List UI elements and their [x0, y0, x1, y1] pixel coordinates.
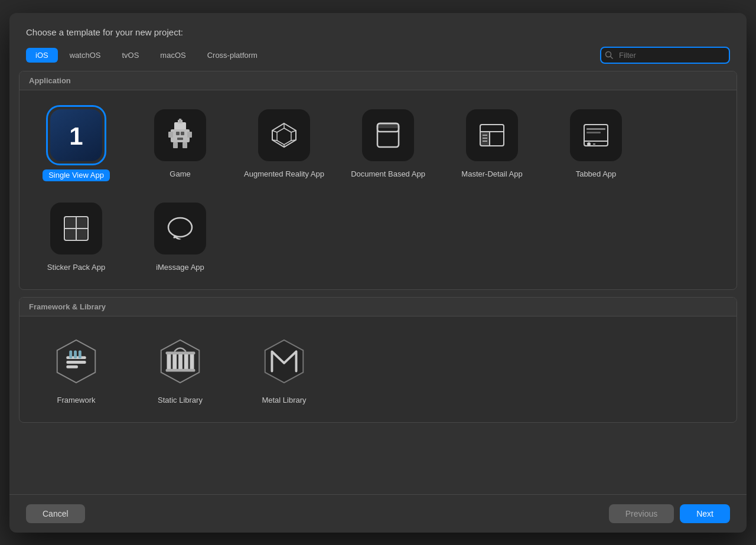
template-tabbed-app[interactable]: Tabbed App	[549, 102, 643, 187]
tab-ios[interactable]: iOS	[26, 48, 58, 63]
filter-input[interactable]	[600, 47, 730, 64]
svg-line-21	[272, 130, 277, 132]
previous-button[interactable]: Previous	[609, 504, 674, 523]
sticker-pack-icon	[50, 203, 102, 254]
dialog-title-text: Choose a template for your new project:	[26, 27, 183, 37]
dialog-title: Choose a template for your new project:	[9, 13, 747, 47]
svg-rect-52	[74, 351, 77, 359]
svg-rect-56	[172, 353, 177, 370]
svg-marker-62	[265, 340, 304, 383]
svg-rect-11	[177, 138, 183, 140]
svg-rect-8	[183, 142, 187, 148]
imessage-icon-wrapper	[152, 200, 208, 257]
document-icon	[362, 109, 414, 161]
framework-library-section-header: Framework & Library	[19, 298, 737, 316]
template-master-detail-app[interactable]: Master-Detail App	[445, 102, 539, 187]
sticker-pack-app-label: Sticker Pack App	[47, 263, 105, 273]
static-library-icon-wrapper	[152, 333, 208, 390]
content-area: Application 1 Single View App	[9, 71, 747, 494]
framework-label: Framework	[57, 396, 95, 406]
svg-rect-51	[69, 351, 72, 359]
svg-rect-4	[171, 129, 190, 142]
metal-library-label: Metal Library	[262, 396, 306, 406]
svg-point-46	[168, 218, 192, 237]
svg-line-1	[611, 57, 613, 59]
filter-icon	[605, 51, 613, 59]
single-view-app-label: Single View App	[43, 169, 110, 182]
template-metal-library[interactable]: Metal Library	[237, 328, 331, 410]
template-single-view-app[interactable]: 1 Single View App	[29, 102, 123, 187]
svg-line-18	[291, 140, 296, 141]
tabbed-app-label: Tabbed App	[576, 169, 617, 180]
svg-rect-53	[79, 351, 82, 359]
metal-library-icon	[258, 335, 310, 387]
svg-rect-50	[66, 365, 78, 368]
tab-watchos[interactable]: watchOS	[60, 48, 110, 63]
ar-icon-wrapper	[256, 107, 312, 164]
game-label: Game	[170, 169, 190, 180]
template-static-library[interactable]: Static Library	[133, 328, 227, 410]
document-based-app-label: Document Based App	[351, 169, 425, 180]
imessage-app-label: iMessage App	[156, 263, 204, 273]
svg-marker-15	[277, 128, 291, 145]
single-view-app-icon: 1	[50, 109, 102, 161]
template-imessage-app[interactable]: iMessage App	[133, 195, 227, 278]
svg-rect-13	[179, 119, 181, 122]
svg-rect-32	[584, 125, 608, 146]
document-icon-wrapper	[360, 107, 416, 164]
tab-macos[interactable]: macOS	[151, 48, 195, 63]
ar-app-label: Augmented Reality App	[244, 169, 324, 180]
svg-rect-55	[167, 353, 171, 370]
static-library-label: Static Library	[158, 396, 203, 406]
tabbed-app-icon-wrapper	[568, 107, 624, 164]
template-framework[interactable]: Framework	[29, 328, 123, 410]
application-section-header: Application	[19, 71, 737, 90]
sticker-pack-icon-wrapper	[48, 200, 105, 257]
filter-wrapper	[600, 47, 730, 64]
new-project-dialog: Choose a template for your new project: …	[9, 13, 747, 533]
svg-rect-60	[166, 352, 195, 355]
svg-point-34	[587, 142, 591, 146]
template-game[interactable]: Game	[133, 102, 227, 187]
game-icon-wrapper	[152, 107, 208, 164]
template-document-based-app[interactable]: Document Based App	[341, 102, 435, 187]
svg-rect-38	[586, 132, 601, 133]
svg-rect-57	[178, 353, 183, 370]
svg-rect-59	[190, 353, 194, 370]
framework-library-section: Framework & Library	[19, 297, 737, 423]
svg-rect-61	[166, 369, 195, 372]
tab-tvos[interactable]: tvOS	[112, 48, 148, 63]
framework-library-grid: Framework	[19, 316, 737, 422]
metal-library-icon-wrapper	[256, 333, 312, 390]
master-detail-icon-wrapper	[464, 107, 520, 164]
next-button[interactable]: Next	[680, 504, 730, 523]
template-sticker-pack-app[interactable]: Sticker Pack App	[29, 195, 123, 278]
framework-icon	[50, 335, 102, 387]
tab-cross-platform[interactable]: Cross-platform	[198, 48, 267, 63]
svg-line-20	[272, 140, 277, 141]
svg-rect-44	[66, 229, 76, 239]
svg-rect-42	[66, 218, 76, 228]
ar-icon	[258, 109, 310, 161]
svg-rect-58	[184, 353, 188, 370]
svg-rect-45	[77, 229, 87, 239]
svg-rect-49	[66, 361, 86, 364]
svg-line-17	[291, 130, 296, 132]
svg-rect-43	[77, 218, 87, 228]
tabbed-app-icon	[570, 109, 622, 161]
svg-rect-5	[168, 132, 173, 138]
master-detail-icon	[466, 109, 518, 161]
tab-bar: iOS watchOS tvOS macOS Cross-platform	[9, 47, 747, 71]
dialog-footer: Cancel Previous Next	[9, 494, 747, 533]
svg-rect-24	[377, 123, 399, 128]
svg-rect-27	[480, 132, 490, 146]
footer-right-buttons: Previous Next	[609, 504, 730, 523]
imessage-icon	[154, 203, 206, 254]
application-grid: 1 Single View App	[19, 90, 737, 290]
svg-rect-6	[187, 132, 192, 138]
single-view-app-icon-wrapper: 1	[48, 107, 105, 164]
master-detail-app-label: Master-Detail App	[461, 169, 522, 180]
framework-icon-wrapper	[48, 333, 105, 390]
template-ar-app[interactable]: Augmented Reality App	[237, 102, 331, 187]
cancel-button[interactable]: Cancel	[26, 504, 85, 523]
